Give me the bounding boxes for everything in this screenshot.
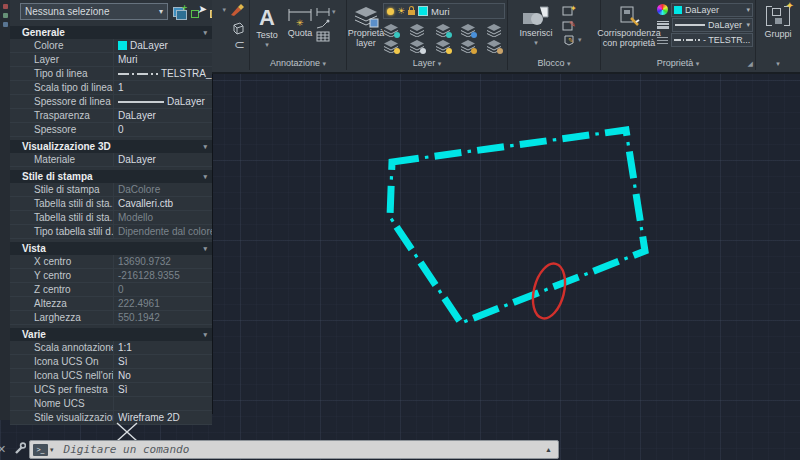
collapse-icon[interactable]: ▾ [203, 143, 207, 151]
chevron-down-icon[interactable]: ▾ [578, 36, 582, 44]
selection-dropdown[interactable]: Nessuna selezione ▾ [20, 3, 168, 20]
layer-merge-icon[interactable] [486, 23, 502, 37]
property-value[interactable]: DaColore [113, 183, 212, 196]
chevron-down-icon[interactable]: ▾ [332, 8, 336, 16]
property-value[interactable]: No [113, 369, 212, 382]
lineweight-dropdown[interactable]: DaLayer ▾ [672, 18, 753, 32]
property-value[interactable]: 0 [113, 283, 212, 296]
panel-label-blocco[interactable]: Blocco ▾ [508, 58, 600, 68]
command-input-bar[interactable]: >_ ▾ Digitare un comando ▲ [29, 440, 559, 459]
leader-icon[interactable] [316, 19, 330, 29]
property-value[interactable]: DaLayer [113, 95, 212, 108]
chevron-down-icon: ▾ [265, 40, 269, 50]
section-header[interactable]: Generale▾ [10, 26, 212, 39]
layer-on-icon[interactable] [383, 39, 399, 53]
property-value[interactable]: Modello [113, 211, 212, 224]
property-value[interactable]: TELSTRA_... [113, 67, 212, 80]
tool-badge [497, 48, 503, 54]
section-header[interactable]: Stile di stampa▾ [10, 170, 212, 183]
color-wheel-icon[interactable] [657, 4, 668, 15]
lineweight-icon[interactable] [657, 21, 669, 29]
property-value-text: 1 [118, 82, 124, 93]
property-label: Colore [10, 40, 113, 51]
insert-block-icon [522, 6, 550, 28]
section-header[interactable]: Vista▾ [10, 242, 212, 255]
property-row: UCS per finestraSì [10, 383, 212, 397]
property-value-text: 0 [118, 284, 124, 295]
chevron-up-icon[interactable]: ▲ [545, 446, 552, 453]
edit-block-icon[interactable]: ✎ [562, 19, 576, 31]
collapse-icon[interactable]: ▾ [203, 331, 207, 339]
inserisci-button[interactable]: Inserisci ▾ [514, 2, 558, 48]
section-header[interactable]: Varie▾ [10, 328, 212, 341]
ribbon-quick-tools: ▾ ⊂ [212, 0, 250, 70]
property-value[interactable]: -216128.9355 [113, 269, 212, 282]
table-icon[interactable] [316, 31, 330, 42]
property-value[interactable]: DaLayer [113, 39, 212, 52]
define-attributes-icon[interactable]: ✎ [562, 34, 576, 46]
linetype-icon[interactable] [657, 35, 668, 44]
chevron-down-icon: ▾ [746, 6, 750, 14]
object-color-dropdown[interactable]: DaLayer ▾ [671, 3, 753, 17]
panel-label-gruppi[interactable]: ▾ [756, 58, 800, 68]
panel-label-proprieta[interactable]: Proprietà ▾ [601, 58, 755, 68]
property-value[interactable]: 1 [113, 81, 212, 94]
property-value[interactable]: Cavalleri.ctb [113, 197, 212, 210]
cube-icon[interactable] [230, 21, 245, 35]
property-label: Spessore [10, 124, 113, 135]
layer-on-bulb-icon [387, 8, 394, 15]
property-value[interactable]: 222.4961 [113, 297, 212, 310]
property-value-text: DaLayer [118, 154, 156, 165]
property-value[interactable]: 13690.9732 [113, 255, 212, 268]
property-value[interactable]: 0 [113, 123, 212, 136]
close-icon[interactable]: ✕ [0, 443, 6, 456]
linetype-sample [118, 101, 164, 103]
layer-freeze-icon[interactable] [435, 23, 451, 37]
multileader-style-icon[interactable] [316, 7, 330, 17]
collapse-icon[interactable]: ▾ [203, 173, 207, 181]
layer-off-icon[interactable] [383, 23, 399, 37]
property-value[interactable]: 1:1 [113, 341, 212, 354]
chevron-down-icon[interactable]: ▾ [222, 6, 226, 14]
layer-make-current-icon[interactable] [409, 39, 425, 53]
clip-icon[interactable]: ⊂ [234, 39, 245, 51]
new-selection-icon[interactable]: + [172, 4, 187, 19]
group-button[interactable]: ✦ Gruppi [756, 4, 800, 39]
section-header[interactable]: Visualizzazione 3D▾ [10, 140, 212, 153]
property-value[interactable] [113, 397, 212, 410]
property-value[interactable]: Dipendente dal colore [113, 225, 212, 238]
property-row: Larghezza550.1942 [10, 311, 212, 325]
dialog-launcher-icon[interactable]: ◢ [748, 60, 753, 68]
create-block-icon[interactable]: ✦ [562, 4, 576, 16]
command-prompt-icon[interactable]: >_ [33, 444, 48, 456]
chevron-down-icon[interactable]: ▾ [50, 446, 54, 454]
layer-unlock-icon[interactable] [460, 39, 476, 53]
property-value[interactable]: DaLayer [113, 153, 212, 166]
wrench-icon[interactable] [13, 442, 26, 455]
brush-icon[interactable] [229, 3, 245, 17]
property-label: Icona UCS On [10, 356, 113, 367]
panel-label-annotazione[interactable]: Annotazione ▾ [250, 58, 346, 68]
collapse-icon[interactable]: ▾ [203, 245, 207, 253]
polyline-muri [390, 130, 645, 323]
tool-badge [420, 48, 426, 54]
match-properties-button[interactable]: Corrispondenza con proprietà [603, 2, 655, 48]
property-value[interactable]: 550.1942 [113, 311, 212, 324]
property-value[interactable]: Sì [113, 383, 212, 396]
property-value[interactable]: Sì [113, 355, 212, 368]
layer-dropdown[interactable]: ☀ Muri [383, 3, 505, 19]
linetype-dropdown[interactable]: - TELSTR... ▾ [671, 33, 753, 47]
layer-delete-icon[interactable] [486, 39, 502, 53]
property-value-text: DaLayer [118, 110, 156, 121]
property-value[interactable]: DaLayer [113, 109, 212, 122]
layer-thaw-icon[interactable] [435, 39, 451, 53]
property-value[interactable]: Muri [113, 53, 212, 66]
layer-lock-icon[interactable] [460, 23, 476, 37]
collapse-icon[interactable]: ▾ [203, 29, 207, 37]
property-value-text: DaColore [118, 184, 160, 195]
layer-isolate-icon[interactable] [409, 23, 425, 37]
panel-label-layer[interactable]: Layer ▾ [347, 58, 507, 68]
property-value-text: Sì [118, 356, 127, 367]
layer-properties-button[interactable]: Proprietà layer [349, 2, 383, 48]
select-objects-icon[interactable]: ➤ [191, 4, 206, 19]
